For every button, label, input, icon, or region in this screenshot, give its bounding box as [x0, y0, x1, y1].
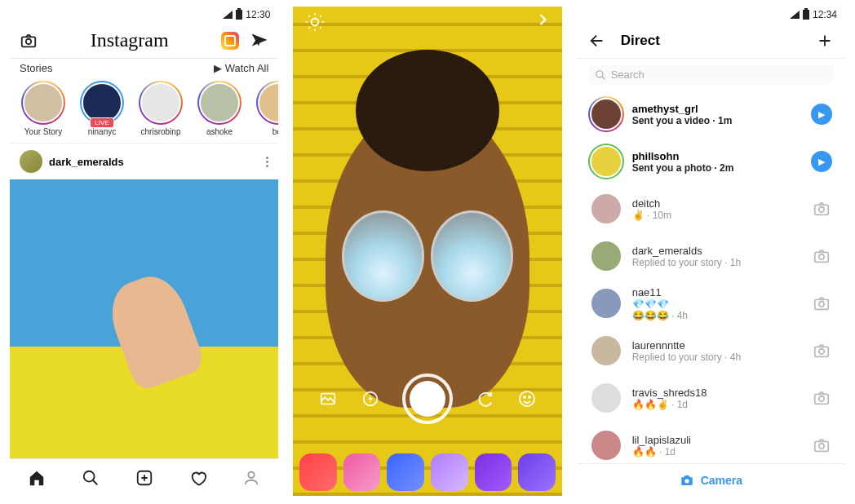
shutter-button[interactable]	[402, 374, 453, 424]
filter-tile[interactable]	[343, 453, 381, 491]
direct-header: Direct	[577, 23, 845, 59]
nav-search-icon[interactable]	[81, 468, 100, 488]
watch-all-button[interactable]: ▶ Watch All	[214, 62, 268, 74]
dm-name: dark_emeralds	[632, 245, 801, 257]
direct-screen: 12:34 Direct Search amethyst_grl Sent yo…	[577, 7, 845, 496]
live-badge: LIVE	[90, 117, 113, 128]
filter-tile[interactable]	[299, 453, 337, 491]
dm-item[interactable]: phillsohn Sent you a photo · 2m ▶	[577, 138, 845, 185]
story-item[interactable]: ber	[253, 81, 278, 136]
dm-item[interactable]: laurennntte Replied to your story · 4h	[577, 327, 845, 374]
svg-point-5	[312, 19, 319, 26]
flash-icon[interactable]	[359, 387, 382, 410]
dm-avatar	[588, 144, 624, 179]
dm-message: Replied to your story · 1h	[632, 257, 801, 268]
dm-item[interactable]: deitch ✌️ · 10m	[577, 185, 845, 232]
search-input[interactable]: Search	[588, 65, 834, 84]
dm-text: dark_emeralds Replied to your story · 1h	[632, 245, 801, 268]
dm-text: travis_shreds18 🔥🔥✌️ · 1d	[632, 387, 801, 410]
dm-text: deitch ✌️ · 10m	[632, 197, 801, 221]
dm-message: 😂😂😂 · 4h	[632, 310, 801, 321]
stories-label: Stories	[20, 62, 52, 74]
dm-name: phillsohn	[632, 150, 801, 162]
face-filter-icon[interactable]	[516, 387, 538, 410]
bottom-nav	[10, 458, 278, 496]
svg-point-10	[529, 396, 530, 398]
dm-avatar	[588, 96, 624, 132]
dm-avatar	[588, 427, 624, 463]
new-message-icon[interactable]	[816, 32, 834, 50]
nav-activity-icon[interactable]	[188, 468, 208, 488]
dm-camera-icon[interactable]	[809, 294, 834, 312]
svg-point-1	[26, 38, 31, 43]
post-image[interactable]	[10, 179, 278, 458]
dm-item[interactable]: nae11 💎💎💎 😂😂😂 · 4h	[577, 280, 845, 327]
svg-point-13	[819, 207, 824, 212]
dm-list[interactable]: amethyst_grl Sent you a video · 1m ▶ phi…	[577, 91, 845, 463]
story-avatar	[21, 81, 65, 125]
dm-item[interactable]: travis_shreds18 🔥🔥✌️ · 1d	[577, 374, 845, 422]
gallery-icon[interactable]	[317, 387, 339, 410]
play-button[interactable]: ▶	[809, 151, 834, 172]
post-more-icon[interactable]	[266, 157, 268, 167]
back-icon[interactable]	[588, 32, 606, 50]
battery-icon	[236, 10, 242, 20]
dm-camera-icon[interactable]	[809, 436, 834, 454]
dm-text: phillsohn Sent you a photo · 2m	[632, 150, 801, 174]
camera-next-icon[interactable]	[534, 11, 551, 33]
dm-item[interactable]: amethyst_grl Sent you a video · 1m ▶	[577, 91, 845, 138]
camera-settings-icon[interactable]	[304, 11, 326, 33]
dm-message: 💎💎💎	[632, 298, 801, 310]
camera-subject	[326, 104, 529, 408]
story-avatar	[197, 81, 241, 125]
signal-icon	[223, 11, 233, 19]
dm-name: deitch	[632, 197, 801, 210]
switch-camera-icon[interactable]	[473, 387, 496, 410]
filter-tile[interactable]	[387, 453, 424, 491]
nav-profile-icon[interactable]	[241, 468, 261, 488]
stories-row[interactable]: Your StoryLIVEninanycchrisrobinpashokebe…	[10, 77, 278, 144]
nav-home-icon[interactable]	[27, 468, 47, 488]
post-header: dark_emeralds	[10, 144, 278, 179]
search-icon	[595, 69, 606, 81]
story-item[interactable]: chrisrobinp	[135, 81, 186, 136]
svg-point-24	[684, 479, 689, 483]
story-item[interactable]: ashoke	[194, 81, 245, 136]
direct-camera-button[interactable]: Camera	[577, 463, 845, 496]
svg-point-9	[524, 396, 525, 398]
filter-tile[interactable]	[431, 453, 468, 491]
story-item[interactable]: Your Story	[18, 81, 69, 136]
filter-tile[interactable]	[518, 453, 556, 491]
post-author-avatar[interactable]	[20, 150, 42, 173]
dm-avatar	[588, 238, 624, 274]
svg-point-17	[819, 302, 824, 307]
direct-icon[interactable]	[250, 32, 268, 50]
post-author-name[interactable]: dark_emeralds	[49, 156, 124, 168]
dm-name: travis_shreds18	[632, 387, 801, 399]
app-header: Instagram	[10, 23, 278, 59]
dm-name: amethyst_grl	[632, 103, 801, 115]
camera-icon[interactable]	[20, 32, 38, 50]
dm-camera-icon[interactable]	[809, 342, 834, 360]
svg-point-11	[596, 70, 602, 77]
story-item[interactable]: LIVEninanyc	[77, 81, 127, 136]
status-bar: 12:34	[577, 7, 845, 23]
dm-camera-icon[interactable]	[809, 200, 834, 218]
nav-add-icon[interactable]	[135, 468, 154, 488]
igtv-icon[interactable]	[221, 32, 239, 50]
filter-tray[interactable]	[293, 453, 561, 491]
battery-icon	[803, 10, 809, 20]
dm-text: nae11 💎💎💎 😂😂😂 · 4h	[632, 286, 801, 321]
svg-point-8	[520, 391, 534, 406]
dm-item[interactable]: lil_lapislazuli 🔥🔥 · 1d	[577, 422, 845, 463]
dm-item[interactable]: dark_emeralds Replied to your story · 1h	[577, 232, 845, 280]
direct-title: Direct	[621, 33, 660, 49]
camera-controls	[293, 374, 561, 424]
svg-point-4	[249, 471, 255, 477]
dm-camera-icon[interactable]	[809, 247, 834, 265]
dm-camera-icon[interactable]	[809, 389, 834, 407]
svg-point-15	[819, 254, 824, 259]
app-logo: Instagram	[91, 29, 169, 51]
play-button[interactable]: ▶	[809, 104, 834, 125]
filter-tile[interactable]	[475, 453, 512, 491]
